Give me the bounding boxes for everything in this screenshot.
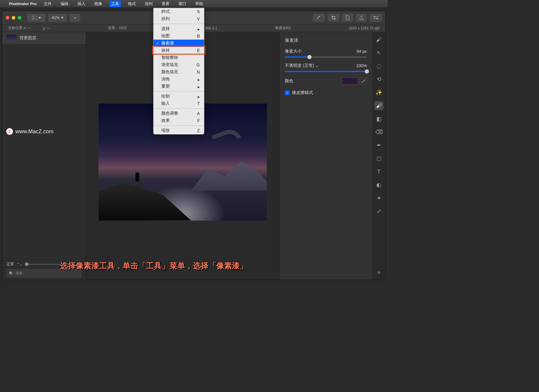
canvas-width: 宽度：1920 (102, 26, 133, 31)
menu-item-抹掉[interactable]: 抹掉E (154, 47, 204, 54)
menu-文件[interactable]: 文件 (42, 1, 53, 7)
cursor-y: y: --- (37, 26, 56, 30)
tool-eraser[interactable]: ⌫ (374, 128, 383, 137)
tool-lasso[interactable]: ⟲ (374, 75, 383, 84)
share-button[interactable] (356, 14, 367, 22)
pixel-size-label: 像素大小 (285, 49, 302, 54)
svg-point-5 (376, 18, 378, 19)
menu-查看[interactable]: 查看 (160, 1, 171, 7)
tool-effects[interactable]: ✦ (374, 194, 383, 203)
add-button[interactable]: ＋ (70, 14, 80, 22)
svg-rect-0 (32, 16, 37, 20)
menu-item-绘制[interactable]: 绘制 (154, 93, 204, 100)
blend-mode[interactable]: 正常 (6, 261, 14, 267)
layers-panel: 背景图层 Z www.MacZ.com 正常 ⌃⌄ 🔍 搜索 (2, 32, 86, 280)
menu-item-绘图[interactable]: 绘图B (154, 32, 204, 40)
menu-item-效果[interactable]: 效果F (154, 117, 204, 124)
svg-point-4 (374, 16, 375, 17)
window-controls (6, 16, 21, 20)
tool-zoom[interactable]: ⤢ (374, 207, 383, 216)
tools-menu-dropdown: 样式S排列V选择绘图B像素漆抹掉E智能擦除渐变填充G颜色填充N润饰重塑绘制输入T… (153, 8, 204, 134)
menu-item-颜色填充[interactable]: 颜色填充N (154, 68, 204, 76)
menu-图像[interactable]: 图像 (93, 1, 104, 7)
brush-stroke (212, 126, 241, 146)
zoom-selector[interactable]: 41% ▾ (48, 14, 67, 22)
sidebar-toggle[interactable]: ▾ (27, 14, 45, 22)
bit-depth: 每通道8位 (269, 26, 297, 31)
dimensions: 1920 x 1281 72 dpi (343, 26, 385, 30)
layer-name: 背景图层 (20, 35, 36, 41)
watermark-text: www.MacZ.com (15, 128, 53, 135)
tool-magic-wand[interactable]: ✨ (374, 88, 383, 97)
share-icon (359, 15, 364, 20)
tool-fill[interactable]: ◧ (374, 114, 383, 123)
color-swatch[interactable] (342, 77, 358, 85)
sliders-icon (373, 16, 379, 20)
chevron-updown-icon[interactable]: ⌃⌄ (17, 263, 22, 266)
tutorial-caption: 选择像素漆工具，单击「工具」菜单，选择「像素漆」 (60, 261, 248, 271)
color-label: 颜色 (285, 78, 293, 84)
search-icon: 🔍 (9, 271, 14, 276)
crop-button[interactable] (328, 14, 339, 22)
more-tools[interactable]: » (374, 268, 383, 277)
cursor-x: 光标位置 x: --- (2, 26, 37, 31)
crop-icon (331, 15, 336, 20)
fullscreen-button[interactable] (18, 16, 21, 20)
export-button[interactable] (342, 14, 353, 22)
tool-strip: 🖌↖◌⟲✨🖌◧⌫✒▢T◐✦⤢» (372, 32, 385, 280)
opacity-slider[interactable] (285, 71, 367, 72)
tool-pen[interactable]: ✒ (374, 141, 383, 150)
menu-格式[interactable]: 格式 (126, 1, 138, 7)
document-icon (346, 15, 350, 20)
menu-item-样式[interactable]: 样式S (154, 8, 204, 15)
tool-text[interactable]: T (374, 167, 383, 176)
menu-item-排列[interactable]: 排列V (154, 15, 204, 23)
menu-item-缩放[interactable]: 缩放Z (154, 127, 204, 134)
menu-item-润饰[interactable]: 润饰 (154, 76, 204, 83)
menu-item-重塑[interactable]: 重塑 (154, 83, 204, 90)
close-button[interactable] (6, 16, 9, 20)
menu-排列[interactable]: 排列 (143, 1, 154, 7)
tool-shape[interactable]: ▢ (374, 154, 383, 163)
tool-brush[interactable]: 🖌 (374, 101, 383, 110)
mac-menubar: Pixelmator Pro 文件编辑插入图像工具格式排列查看窗口帮助 (0, 0, 388, 8)
eraser-mode-label: 橡皮擦模式 (292, 90, 313, 95)
tool-color-adjust[interactable]: ◐ (374, 180, 383, 189)
tool-format-paint[interactable]: 🖌 (374, 35, 383, 44)
menu-item-智能擦除[interactable]: 智能擦除 (154, 54, 204, 61)
menu-工具[interactable]: 工具 (109, 1, 121, 7)
tool-circle-select[interactable]: ◌ (374, 62, 383, 71)
pixel-size-value: 94 px (357, 49, 367, 54)
search-placeholder: 搜索 (15, 271, 23, 276)
properties-panel: 像素漆 像素大小 94 px 不透明度 (正常) ⌄ 100% (279, 32, 372, 280)
menu-插入[interactable]: 插入 (76, 1, 87, 7)
eraser-mode-checkbox[interactable]: ✓ 橡皮擦模式 (285, 90, 367, 95)
menu-item-输入[interactable]: 输入T (154, 100, 204, 107)
menu-item-选择[interactable]: 选择 (154, 25, 204, 32)
eyedropper-button[interactable] (360, 77, 367, 85)
inspector-toggle[interactable] (370, 14, 382, 22)
checkbox-icon: ✓ (285, 90, 290, 95)
eyedropper-icon (361, 79, 365, 83)
sidebar-icon (32, 16, 37, 20)
app-name: Pixelmator Pro (9, 2, 37, 6)
menu-item-像素漆[interactable]: 像素漆 (154, 40, 204, 47)
layer-row[interactable]: 背景图层 (2, 32, 86, 44)
menu-窗口[interactable]: 窗口 (177, 1, 188, 7)
panel-title: 像素漆 (285, 38, 367, 43)
watermark: Z www.MacZ.com (2, 122, 86, 141)
auto-enhance-button[interactable] (313, 14, 325, 22)
opacity-value: 100% (356, 63, 367, 68)
layer-thumbnail (6, 35, 17, 42)
opacity-label[interactable]: 不透明度 (正常) ⌄ (285, 63, 319, 68)
menu-编辑[interactable]: 编辑 (59, 1, 70, 7)
menu-item-颜色调整[interactable]: 颜色调整A (154, 110, 204, 117)
pixel-size-slider[interactable] (285, 56, 367, 58)
menu-帮助[interactable]: 帮助 (193, 1, 205, 7)
wand-icon (316, 16, 321, 20)
watermark-icon: Z (6, 128, 13, 135)
minimize-button[interactable] (12, 16, 15, 20)
tool-arrow[interactable]: ↖ (374, 48, 383, 57)
menu-item-渐变填充[interactable]: 渐变填充G (154, 61, 204, 68)
zoom-value: 41% (52, 15, 59, 20)
